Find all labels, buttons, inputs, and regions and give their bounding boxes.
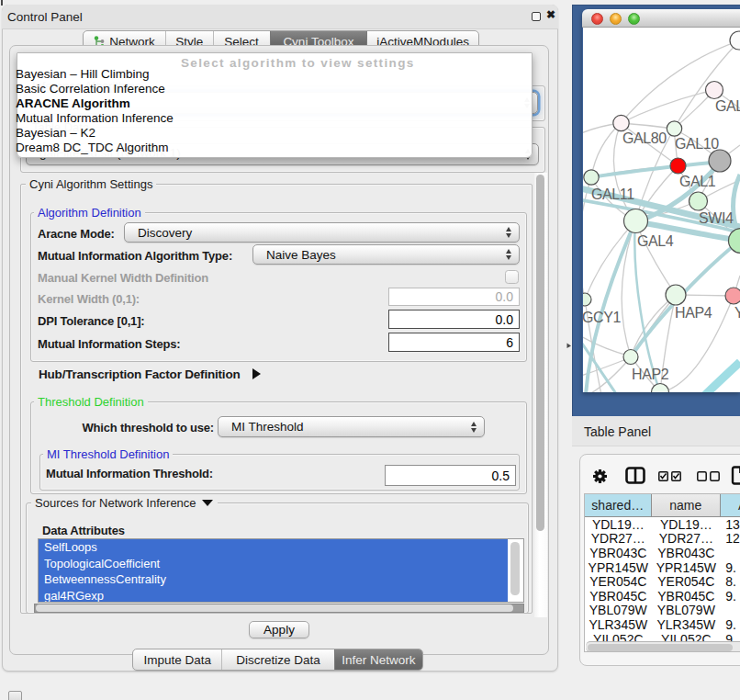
table-cell: YBR045C	[652, 589, 722, 604]
split-pane-icon[interactable]	[625, 467, 645, 484]
unchecked-boxes-icon[interactable]	[697, 471, 720, 481]
table-row[interactable]: YDL19…YDL19…13	[585, 517, 740, 532]
table-row[interactable]: YBR043CYBR043C	[585, 546, 740, 560]
table-cell: 12	[721, 532, 740, 547]
table-cell: YLR345W	[652, 617, 722, 632]
table-row[interactable]: YBR045CYBR045C9.	[585, 589, 740, 604]
table-panel: Table Panel shared…	[0, 0, 740, 700]
column-header-partial[interactable]: A	[721, 494, 740, 517]
table-hscrollbar-track[interactable]	[586, 641, 740, 652]
table-cell	[721, 604, 740, 618]
table-row[interactable]: YDR27…YDR27…12	[585, 532, 740, 547]
document-icon[interactable]	[731, 466, 740, 485]
table-cell: 9.	[721, 589, 740, 604]
gear-icon[interactable]	[592, 469, 608, 484]
table-row[interactable]: YPR145WYPR145W9.	[585, 560, 740, 575]
table-cell: YDL19…	[652, 517, 722, 532]
table-cell: 9.	[721, 560, 740, 575]
table-cell: YBR045C	[585, 589, 652, 604]
table-row[interactable]: YER054CYER054C8.	[585, 574, 740, 589]
column-header-name[interactable]: name	[652, 494, 722, 517]
table-cell: YBL079W	[585, 604, 652, 618]
table-panel-title: Table Panel	[584, 424, 651, 439]
checked-boxes-icon[interactable]	[658, 471, 682, 481]
table-cell: YPR145W	[652, 560, 722, 575]
table-cell: 13	[721, 517, 740, 532]
table-cell: YER054C	[585, 574, 652, 589]
table-cell: YPR145W	[585, 560, 652, 575]
table-cell: YLR345W	[585, 617, 652, 632]
table-cell: YBL079W	[652, 604, 722, 618]
table-cell: YDL19…	[585, 517, 652, 532]
table-cell: YDR27…	[585, 532, 652, 547]
table-row[interactable]: YBL079WYBL079W	[585, 604, 740, 618]
table-cell: 9.	[721, 617, 740, 632]
table-cell: 8.	[721, 574, 740, 589]
table-hscrollbar-thumb[interactable]	[588, 644, 733, 651]
node-table: shared… name A YDL19…YDL19…13YDR27…YDR27…	[584, 493, 740, 652]
table-header-row: shared… name A	[585, 494, 740, 517]
table-cell: YER054C	[652, 574, 722, 589]
column-header-shared-name[interactable]: shared…	[585, 494, 652, 517]
table-cell	[721, 546, 740, 560]
table-row[interactable]: YLR345WYLR345W9.	[585, 617, 740, 632]
table-cell: YBR043C	[585, 546, 652, 560]
table-cell: YBR043C	[652, 546, 722, 560]
table-cell: YDR27…	[652, 532, 722, 547]
